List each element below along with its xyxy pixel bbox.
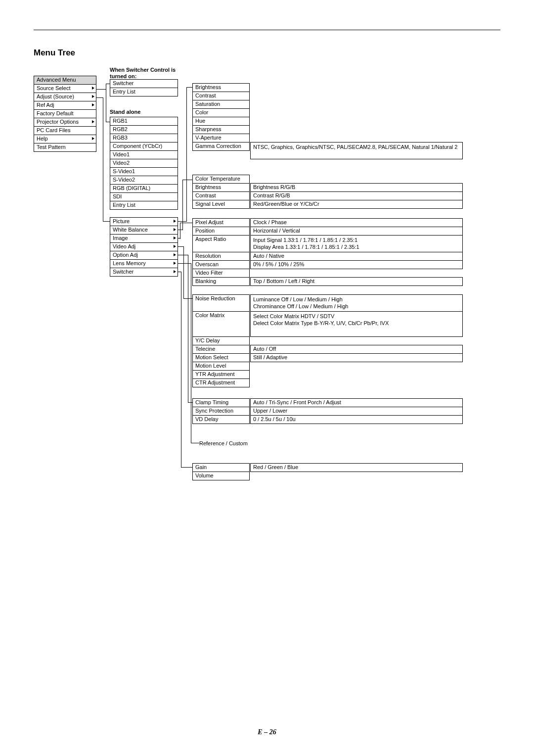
stand-alone-box: RGB1RGB2RGB3Component (YCbCr)Video1Video… (110, 117, 178, 210)
img-pixel: Clock / Phase (250, 218, 463, 227)
image-group: Pixel Adjust Position Aspect Ratio Resol… (192, 218, 250, 286)
option-adj-group: Clamp TimingSync ProtectionVD Delay (192, 398, 250, 424)
switcher-sub-group: GainVolume (192, 463, 250, 480)
page-title: Menu Tree (34, 48, 500, 58)
gamma-value: NTSC, Graphics, Graphics/NTSC, PAL/SECAM… (250, 142, 463, 159)
menu-tree-diagram: Advanced Menu Source SelectAdjust (Sourc… (34, 76, 500, 595)
advanced-menu-header: Advanced Menu (34, 76, 96, 85)
switcher-control-label: When Switcher Control is turned on: (110, 67, 189, 79)
oa-clamp: Auto / Tri-Sync / Front Porch / Adjust (250, 398, 463, 407)
white-balance-group: Color TemperatureBrightnessContrastSigna… (192, 175, 250, 209)
va-noise: Luminance Off / Low / Medium / HighChrom… (250, 294, 463, 312)
img-aspect: Input Signal 1.33:1 / 1.78:1 / 1.85:1 / … (250, 235, 463, 252)
va-motion: Still / Adaptive (250, 353, 463, 362)
wb-contrast-val: Contrast R/G/B (250, 191, 463, 200)
va-matrix: Select Color Matrix HDTV / SDTVDelect Co… (250, 311, 463, 337)
oa-vd: 0 / 2.5u / 5u / 10u (250, 415, 463, 424)
video-adj-group: Noise Reduction Color Matrix Y/C Delay T… (192, 294, 250, 387)
oa-sync: Upper / Lower (250, 407, 463, 416)
advanced-menu-box: Advanced Menu Source SelectAdjust (Sourc… (34, 76, 96, 152)
sw-gain: Red / Green / Blue (250, 463, 463, 472)
switcher-box: SwitcherEntry List (110, 79, 178, 96)
lens-memory-value: Reference / Custom (199, 441, 248, 446)
img-over: 0% / 5% / 10% / 25% (250, 260, 463, 269)
picture-group: BrightnessContrastSaturationColorHueShar… (192, 83, 250, 151)
page-number: E – 26 (0, 728, 534, 736)
wb-signal-val: Red/Green/Blue or Y/Cb/Cr (250, 200, 463, 209)
va-tele: Auto / Off (250, 345, 463, 354)
img-pos: Horizontal / Vertical (250, 227, 463, 236)
img-blank: Top / Bottom / Left / Right (250, 277, 463, 286)
stand-alone-label: Stand alone (110, 109, 140, 115)
img-res: Auto / Native (250, 252, 463, 261)
adjust-source-box: PictureWhite BalanceImageVideo AdjOption… (110, 217, 178, 277)
wb-brightness-val: Brightness R/G/B (250, 183, 463, 192)
